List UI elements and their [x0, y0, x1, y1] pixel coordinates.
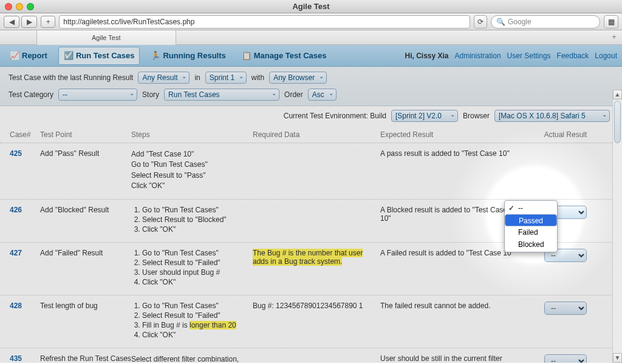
dropdown-option-failed[interactable]: Failed	[505, 226, 557, 238]
expected-result: A Blocked result is added to "Test Case …	[380, 206, 514, 223]
case-link[interactable]: 426	[10, 206, 22, 214]
nav-running-results[interactable]: 🏃Running Results	[146, 47, 230, 64]
browser-tabbar: Agile Test +	[0, 30, 622, 45]
label-with: with	[251, 73, 264, 82]
category-filter[interactable]: --	[58, 89, 137, 101]
admin-link[interactable]: Administration	[455, 52, 501, 60]
label-in: in	[194, 73, 200, 82]
nav-results-label: Running Results	[163, 51, 225, 60]
nav-manage-label: Manage Test Cases	[254, 51, 327, 60]
steps-cell: Select different filter combination, and…	[131, 354, 253, 363]
col-case: Case#	[10, 130, 40, 139]
checkbox-icon: ☑️	[64, 51, 73, 61]
list-icon: 📋	[242, 51, 251, 61]
vertical-scrollbar[interactable]: ▲ ▼	[612, 90, 622, 363]
filter-prefix: Test Case with the last Running Result	[9, 73, 133, 82]
page-overview-button[interactable]: ▦	[604, 15, 618, 29]
window-titlebar: Agile Test	[0, 0, 622, 13]
scroll-up-arrow[interactable]: ▲	[613, 90, 622, 99]
expected-result: A Failed result is added to "Test Case 1…	[380, 249, 514, 257]
table-row: 435Refresh the Run Test CasesSelect diff…	[0, 348, 622, 363]
required-data: Bug #: 12345678901234567890 1	[253, 302, 380, 310]
nav-run-label: Run Test Cases	[76, 51, 135, 60]
case-link[interactable]: 435	[10, 354, 22, 363]
label-story: Story	[142, 90, 159, 99]
browser-env-select[interactable]: [Mac OS X 10.6.8] Safari 5	[494, 110, 610, 122]
nav-manage-test-cases[interactable]: 📋Manage Test Cases	[237, 47, 332, 64]
test-point: Add "Pass" Result	[40, 149, 131, 158]
actual-result-select[interactable]: --	[544, 354, 587, 363]
actual-result-cell: --	[514, 302, 617, 315]
result-filter[interactable]: Any Result	[138, 72, 190, 84]
dropdown-option-passed[interactable]: Passed	[505, 214, 557, 226]
search-icon: 🔍	[496, 18, 505, 26]
browser-search-input[interactable]: 🔍 Google	[491, 15, 600, 29]
forward-button[interactable]: ▶	[21, 16, 37, 28]
col-expected: Expected Result	[380, 130, 514, 139]
filter-bar: Test Case with the last Running Result A…	[0, 67, 622, 106]
test-point: Add "Failed" Result	[40, 249, 131, 257]
case-link[interactable]: 428	[10, 302, 22, 310]
case-link[interactable]: 427	[10, 249, 22, 257]
col-steps: Steps	[131, 130, 253, 139]
label-category: Test Category	[9, 90, 53, 99]
chart-icon: 📈	[10, 51, 19, 61]
table-row: 425Add "Pass" ResultAdd "Test Case 10"Go…	[0, 143, 622, 200]
nav-report-label: Report	[22, 51, 47, 60]
app-root: 📈Report ☑️Run Test Cases 🏃Running Result…	[0, 45, 622, 363]
story-filter[interactable]: Run Test Cases	[164, 89, 279, 101]
scroll-thumb[interactable]	[614, 101, 621, 143]
steps-cell: Go to "Run Test Cases"Select Result to "…	[131, 302, 253, 340]
browser-filter[interactable]: Any Browser	[269, 72, 327, 84]
test-point: Add "Blocked" Result	[40, 206, 131, 214]
test-point: Refresh the Run Test Cases	[40, 354, 131, 363]
expected-result: A pass result is added to "Test Case 10"	[380, 149, 514, 158]
app-nav: 📈Report ☑️Run Test Cases 🏃Running Result…	[0, 45, 622, 67]
runner-icon: 🏃	[151, 51, 160, 61]
greeting: Hi, Cissy Xia	[405, 52, 448, 60]
browser-toolbar: ◀ ▶ + http://agiletest.cc/live/RunTestCa…	[0, 13, 622, 30]
feedback-link[interactable]: Feedback	[557, 52, 589, 60]
actual-result-cell: --	[514, 354, 617, 363]
table-header: Case# Test Point Steps Required Data Exp…	[0, 126, 622, 143]
case-link[interactable]: 425	[10, 149, 22, 158]
build-select[interactable]: [Sprint 2] V2.0	[391, 110, 458, 122]
expected-result: User should be still in the current filt…	[380, 354, 514, 363]
add-bookmark-button[interactable]: +	[41, 16, 55, 28]
window-title: Agile Test	[0, 2, 622, 11]
order-filter[interactable]: Asc	[308, 89, 337, 101]
test-point: Test length of bug	[40, 302, 131, 310]
url-input[interactable]: http://agiletest.cc/live/RunTestCases.ph…	[59, 15, 470, 29]
expected-result: The failed result cannot be added.	[380, 302, 514, 310]
tab-title: Agile Test	[92, 34, 121, 41]
table-row: 428Test length of bugGo to "Run Test Cas…	[0, 295, 622, 348]
label-order: Order	[284, 90, 303, 99]
actual-result-dropdown[interactable]: -- Passed Failed Blocked	[504, 200, 558, 252]
browser-tab[interactable]: Agile Test	[36, 30, 176, 45]
new-tab-button[interactable]: +	[609, 32, 620, 42]
search-placeholder: Google	[508, 18, 531, 26]
col-actual: Actual Result	[514, 130, 617, 139]
nav-run-test-cases[interactable]: ☑️Run Test Cases	[58, 47, 140, 65]
scroll-down-arrow[interactable]: ▼	[613, 353, 622, 363]
required-data: The Bug # is the number that user adds i…	[253, 249, 380, 266]
sprint-filter[interactable]: Sprint 1	[205, 72, 247, 84]
url-text: http://agiletest.cc/live/RunTestCases.ph…	[63, 18, 194, 26]
dropdown-option-dash[interactable]: --	[505, 202, 557, 214]
env-browser-label: Browser	[463, 112, 490, 120]
actual-result-select[interactable]: --	[544, 302, 587, 315]
reload-button[interactable]: ⟳	[474, 15, 487, 29]
table-body: 425Add "Pass" ResultAdd "Test Case 10"Go…	[0, 143, 622, 363]
col-req: Required Data	[253, 130, 380, 139]
steps-cell: Go to "Run Test Cases"Select Result to "…	[131, 206, 253, 235]
dropdown-option-blocked[interactable]: Blocked	[505, 238, 557, 251]
steps-cell: Go to "Run Test Cases"Select Result to "…	[131, 249, 253, 288]
steps-cell: Add "Test Case 10"Go to "Run Test Cases"…	[131, 149, 253, 192]
user-settings-link[interactable]: User Settings	[507, 52, 551, 60]
logout-link[interactable]: Logout	[595, 52, 617, 60]
env-label: Current Test Evnironment: Build	[284, 112, 386, 120]
env-row: Current Test Evnironment: Build [Sprint …	[0, 106, 622, 126]
nav-report[interactable]: 📈Report	[5, 47, 52, 64]
col-point: Test Point	[40, 130, 131, 139]
back-button[interactable]: ◀	[4, 16, 19, 28]
